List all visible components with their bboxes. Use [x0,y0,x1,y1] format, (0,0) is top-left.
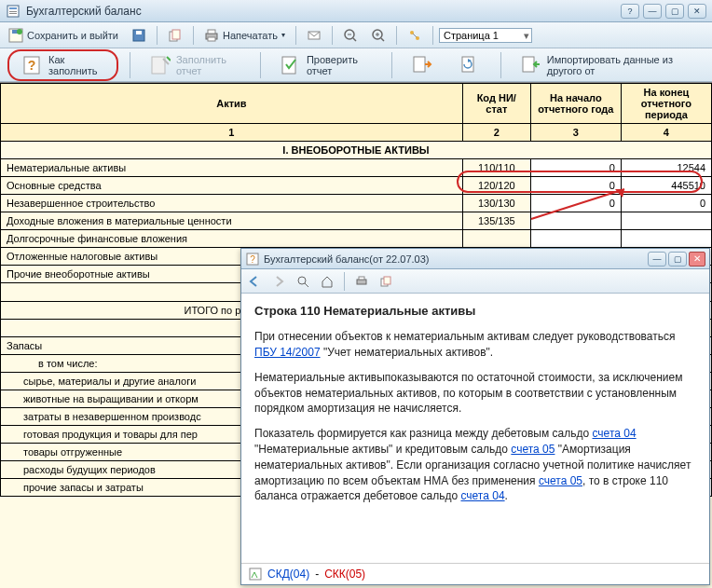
table-row: Нематериальные активы 110/110 0 12544 [1,159,712,177]
links-button[interactable] [403,25,427,46]
popup-titlebar: ? Бухгалтерский баланс(от 22.07.03) — ▢ … [241,249,709,269]
email-button[interactable] [302,25,326,46]
link-icon [407,28,422,43]
toolbar-secondary: ? Как заполнить Заполнить отчет Проверит… [0,48,712,82]
question-icon: ? [22,55,43,75]
svg-rect-39 [384,277,390,284]
copy-icon [168,28,183,43]
skd-label[interactable]: СКД(04) [267,567,309,581]
zoom-out-icon [343,28,358,43]
colnum-3: 3 [530,124,621,142]
window-maximize-button[interactable]: ▢ [665,4,684,19]
export-icon [412,55,432,75]
popup-maximize-button[interactable]: ▢ [668,252,687,267]
window-help-button[interactable]: ? [621,4,639,19]
copy-button[interactable] [163,25,187,46]
envelope-icon [307,28,322,43]
export-button[interactable] [404,50,441,80]
print-label: Напечатать [223,30,278,41]
svg-line-23 [413,34,417,37]
check-icon [281,55,301,75]
help-popup: ? Бухгалтерский баланс(от 22.07.03) — ▢ … [240,248,710,585]
popup-title: Бухгалтерский баланс(от 22.07.03) [264,253,648,265]
print-button[interactable]: Напечатать ▾ [199,25,290,46]
popup-para-2: Нематериальные активыпоказываются по ост… [254,370,696,417]
popup-print-button[interactable] [352,272,371,291]
table-row: Основные средства 120/120 0 445510 [1,177,712,195]
colnum-2: 2 [462,124,530,142]
save-exit-button[interactable]: Сохранить и выйти [4,25,123,46]
popup-forward-button[interactable] [269,272,288,291]
fill-icon [150,55,171,75]
table-row: Долгосрочные финансовые вложения [1,230,712,248]
save-button[interactable] [127,25,151,46]
toolbar-primary: Сохранить и выйти Напечатать ▾ Страница … [0,22,712,48]
svg-rect-12 [208,37,215,41]
dropdown-icon: ▾ [281,31,285,39]
app-icon [6,4,21,19]
import-icon [521,55,541,75]
svg-rect-27 [282,57,295,74]
fill-report-button[interactable]: Заполнить отчет [142,49,249,81]
window-minimize-button[interactable]: — [643,4,662,19]
popup-body: Строка 110 Нематериальные активы При отн… [241,294,709,563]
svg-rect-11 [208,30,215,34]
svg-line-35 [305,283,308,287]
skk-label[interactable]: СКК(05) [324,567,365,581]
refresh-button[interactable] [452,50,489,80]
svg-rect-2 [9,11,17,12]
svg-rect-7 [136,31,142,34]
popup-home-button[interactable] [318,272,336,291]
popup-icon: ? [245,252,260,267]
check-report-label: Проверить отчет [307,54,372,76]
link-pbu[interactable]: ПБУ 14/2007 [254,346,321,359]
colnum-1: 1 [1,124,463,142]
zoom-out-button[interactable] [338,25,363,46]
svg-point-34 [298,277,306,284]
svg-rect-37 [359,277,364,280]
window-titlebar: Бухгалтерский баланс ? — ▢ ✕ [0,0,712,22]
popup-close-button[interactable]: ✕ [689,252,705,267]
zoom-in-button[interactable] [366,25,390,46]
popup-copy-button[interactable] [377,272,395,291]
zoom-in-icon [371,28,386,43]
link-acct04-1[interactable]: счета 04 [593,427,637,440]
svg-rect-1 [9,7,17,9]
popup-minimize-button[interactable]: — [648,252,666,267]
window-close-button[interactable]: ✕ [688,4,706,19]
page-selector[interactable]: Страница 1 [439,28,532,43]
svg-rect-3 [9,13,17,14]
section-1-header: I. ВНЕОБОРОТНЫЕ АКТИВЫ [1,142,712,159]
svg-rect-28 [414,57,425,72]
import-button[interactable]: Импортировать данные из другого от [513,49,705,81]
link-acct04-2[interactable]: счета 04 [460,489,504,502]
disk-icon [131,28,146,43]
popup-heading: Строка 110 Нематериальные активы [254,303,696,320]
how-to-fill-button[interactable]: ? Как заполнить [7,49,118,81]
table-row: Незавершенное строительство 130/130 0 0 [1,195,712,212]
popup-footer: СКД(04) - СКК(05) [241,563,709,584]
svg-rect-36 [357,280,366,284]
svg-point-5 [17,29,22,34]
import-label: Импортировать данные из другого от [547,54,696,76]
check-report-button[interactable]: Проверить отчет [272,49,380,81]
refresh-icon [460,55,481,75]
link-acct05-1[interactable]: счета 05 [511,443,555,456]
save-exit-label: Сохранить и выйти [27,30,118,41]
svg-line-18 [381,38,384,41]
svg-text:?: ? [28,58,36,73]
formula-icon [249,567,262,581]
save-icon [8,28,23,43]
col-end-header: На конец отчетного периода [621,84,711,124]
popup-toolbar [241,269,709,294]
popup-back-button[interactable] [245,272,264,291]
col-asset-header: Актив [1,84,463,124]
svg-line-15 [353,38,356,41]
how-to-fill-label: Как заполнить [48,54,103,76]
col-code-header: Код НИ/стат [462,84,530,124]
link-acct05-2[interactable]: счета 05 [539,474,582,487]
table-row: Доходные вложения в материальные ценност… [1,212,712,230]
window-title: Бухгалтерский баланс [26,5,621,18]
popup-find-button[interactable] [294,272,312,291]
printer-icon [204,28,219,43]
